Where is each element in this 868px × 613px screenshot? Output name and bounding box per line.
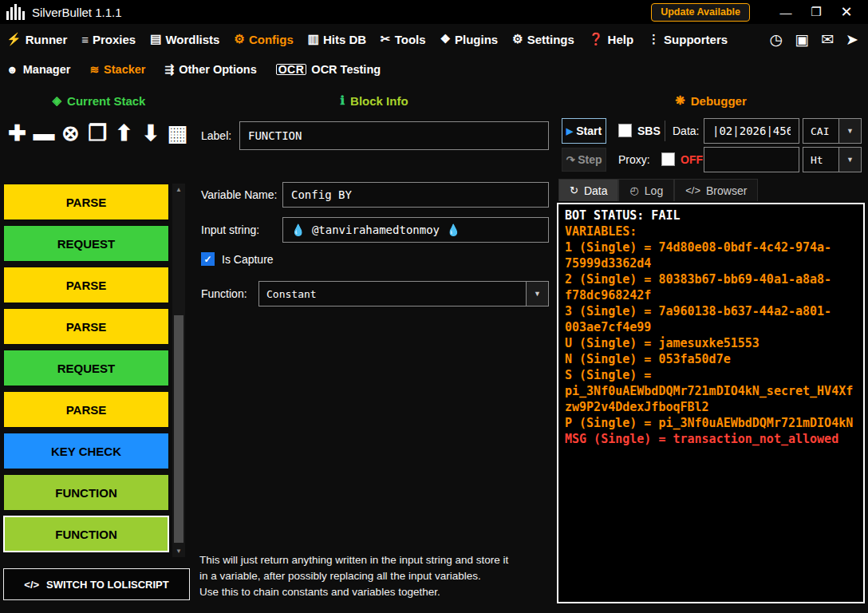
tab-log[interactable]: ◴Log — [618, 179, 674, 201]
stacker-icon: ≋ — [89, 63, 99, 76]
scrollbar-track[interactable] — [172, 196, 185, 545]
stack-block-function[interactable]: FUNCTION — [3, 474, 169, 511]
stack-block-parse[interactable]: PARSE — [3, 308, 169, 345]
sbs-checkbox[interactable] — [618, 124, 632, 137]
history-icon[interactable]: ◷ — [770, 30, 783, 49]
chevron-down-icon[interactable]: ▼ — [838, 119, 861, 143]
menu-item-settings[interactable]: ⚙Settings — [512, 32, 574, 46]
debugger-row-2: ↷ Step Proxy: OFF Ht ▼ — [557, 147, 865, 172]
function-select[interactable]: Constant ▼ — [258, 281, 549, 306]
log-line: VARIABLES: — [565, 223, 857, 239]
input-string-input[interactable] — [282, 217, 549, 243]
debug-tabs: ↻Data◴Log</>Browser — [558, 179, 758, 201]
switch-to-loliscript-button[interactable]: </> SWITCH TO LOLISCRIPT — [3, 568, 190, 600]
is-capture-label: Is Capture — [222, 253, 274, 266]
stack-scrollbar[interactable]: ▲ ▼ — [172, 184, 185, 557]
proxies-icon: ≡ — [81, 33, 89, 46]
clear-icon[interactable]: ⊗ — [58, 116, 83, 151]
stack-block-function[interactable]: FUNCTION — [3, 516, 169, 552]
start-button[interactable]: ▶ Start — [562, 118, 606, 144]
log-icon: ◴ — [629, 184, 638, 196]
screenshot-icon[interactable]: ▣ — [795, 30, 809, 49]
remove-icon[interactable]: ▬ — [32, 116, 57, 151]
is-capture-checkbox[interactable]: ✓ — [201, 252, 215, 266]
tab-browser[interactable]: </>Browser — [674, 179, 758, 201]
menu-item-help[interactable]: ❓Help — [589, 32, 633, 46]
input-string-label: Input string: — [201, 223, 282, 236]
scrollbar-thumb[interactable] — [174, 315, 183, 543]
bug-icon: ❋ — [675, 93, 685, 108]
block-info-header: ℹ Block Info — [198, 89, 550, 112]
maximize-button[interactable]: ❐ — [801, 0, 831, 24]
add-icon[interactable]: ✚ — [5, 116, 30, 151]
clone-icon[interactable]: ❐ — [85, 116, 110, 151]
stack-block-key-check[interactable]: KEY CHECK — [3, 433, 169, 469]
tab-label: Log — [645, 184, 663, 197]
step-button-label: Step — [578, 153, 602, 166]
menu-item-hits-db[interactable]: ▥Hits DB — [308, 32, 366, 46]
menubar: ⚡Runner≡Proxies▤Wordlists⚙Configs▥Hits D… — [0, 24, 868, 54]
chevron-down-icon[interactable]: ▼ — [838, 148, 861, 172]
start-button-label: Start — [576, 125, 602, 137]
log-line: 1 (Single) = 74d80e08-0bdf-4c42-974a-759… — [565, 239, 857, 271]
log-line: MSG (Single) = transaction_not_allowed — [565, 431, 857, 447]
variable-name-row: Variable Name: — [201, 182, 549, 208]
debug-log: BOT STATUS: FAILVARIABLES:1 (Single) = 7… — [557, 203, 865, 603]
proxy-type-select[interactable]: Ht ▼ — [803, 147, 862, 172]
menu-item-supporters[interactable]: ⋮Supporters — [648, 32, 728, 46]
label-input[interactable] — [239, 121, 549, 150]
function-select-value: Constant — [259, 288, 526, 300]
scroll-up-icon[interactable]: ▲ — [172, 184, 185, 196]
wordlist-type-select[interactable]: CAI ▼ — [803, 118, 862, 144]
menu-item-tools[interactable]: ✂Tools — [381, 32, 425, 46]
stack-block-parse[interactable]: PARSE — [3, 184, 169, 220]
stack-block-request[interactable]: REQUEST — [3, 225, 169, 262]
help-icon: ❓ — [589, 32, 604, 46]
close-button[interactable]: ✕ — [831, 0, 862, 24]
menu-item-label: Tools — [395, 33, 426, 46]
wordlists-icon: ▤ — [150, 32, 161, 46]
telegram-icon[interactable]: ➤ — [846, 30, 858, 49]
variable-name-input[interactable] — [282, 182, 549, 208]
proxy-input[interactable] — [704, 147, 799, 172]
stack-block-request[interactable]: REQUEST — [3, 350, 169, 386]
stack-list: PARSEREQUESTPARSEPARSEREQUESTPARSEKEY CH… — [3, 184, 169, 557]
database-icon: ▥ — [308, 32, 319, 46]
debugger-title: Debugger — [691, 94, 747, 108]
subbar-item-other-options[interactable]: ⇶Other Options — [165, 63, 257, 76]
log-line: 3 (Single) = 7a960138-b637-44a2-a801-003… — [565, 303, 857, 335]
proxy-checkbox[interactable] — [661, 152, 675, 166]
chat-icon[interactable]: ✉ — [821, 30, 834, 49]
tab-data[interactable]: ↻Data — [558, 179, 618, 201]
minimize-button[interactable]: — — [771, 0, 801, 24]
subbar-item-label: OCR Testing — [311, 63, 381, 76]
runner-icon: ⚡ — [6, 32, 22, 46]
menu-item-configs[interactable]: ⚙Configs — [234, 32, 293, 46]
data-input[interactable] — [704, 118, 799, 144]
function-label: Function: — [201, 287, 258, 300]
move-down-icon[interactable]: ⬇ — [139, 116, 164, 151]
switch-button-label: SWITCH TO LOLISCRIPT — [46, 579, 169, 591]
step-button[interactable]: ↷ Step — [562, 148, 606, 172]
proxy-off-label: OFF — [681, 153, 703, 166]
separator — [665, 121, 665, 141]
stack-block-parse[interactable]: PARSE — [3, 267, 169, 303]
update-available-button[interactable]: Update Available — [651, 3, 750, 22]
scroll-down-icon[interactable]: ▼ — [172, 545, 185, 557]
move-up-icon[interactable]: ⬆ — [112, 116, 136, 151]
stack-block-parse[interactable]: PARSE — [3, 391, 169, 428]
menu-item-proxies[interactable]: ≡Proxies — [81, 33, 136, 46]
subbar-item-manager[interactable]: ☻Manager — [6, 63, 70, 76]
tab-label: Browser — [706, 184, 747, 197]
save-icon[interactable]: ▦ — [165, 116, 190, 151]
tools-icon: ✂ — [381, 32, 391, 46]
menu-item-label: Settings — [527, 33, 574, 46]
chevron-down-icon[interactable]: ▼ — [526, 282, 548, 306]
subbar-item-ocr-testing[interactable]: OCROCR Testing — [276, 63, 381, 76]
stack-toolbar: ✚▬⊗❐⬆⬇▦ — [3, 113, 191, 153]
subbar-item-stacker[interactable]: ≋Stacker — [89, 63, 145, 76]
menu-item-wordlists[interactable]: ▤Wordlists — [150, 32, 219, 46]
menu-item-runner[interactable]: ⚡Runner — [6, 32, 67, 46]
check-icon: ✓ — [203, 254, 211, 265]
menu-item-plugins[interactable]: ❖Plugins — [440, 32, 499, 46]
